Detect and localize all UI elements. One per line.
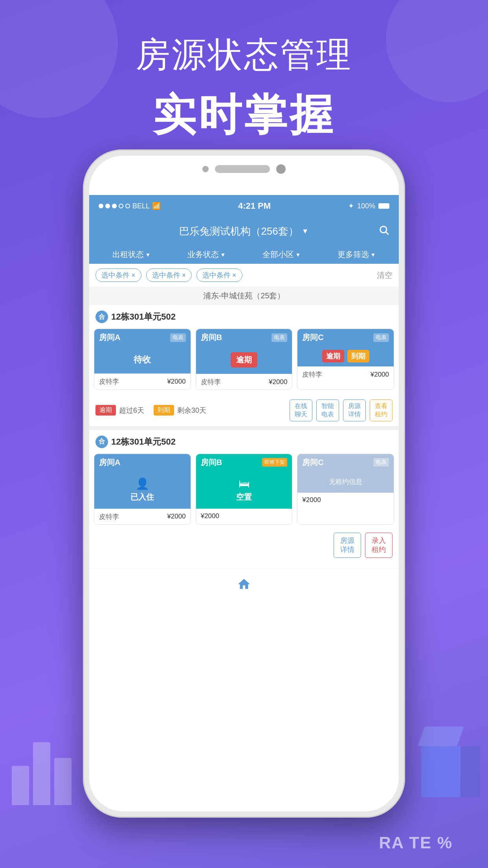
app-header-title: 巴乐兔测试机构（256套） ▼: [179, 224, 308, 238]
tag-3[interactable]: 选中条件 ×: [196, 268, 242, 282]
filter-more[interactable]: 更多筛选 ▼: [338, 249, 376, 260]
unit-2-rooms: 房间A 👤 已入住 皮特李 ¥2000: [89, 454, 399, 530]
room-b1-status-label: 逾期: [231, 352, 257, 368]
room-a2-tenant: 皮特李: [99, 512, 119, 521]
dot3: [112, 204, 117, 208]
room-a2-name: 房间A: [99, 457, 120, 468]
unit-2-icon: 合: [95, 436, 108, 448]
svg-point-0: [380, 226, 387, 232]
tag-2[interactable]: 选中条件 ×: [146, 268, 192, 282]
unit-1-title: 12栋301单元502: [111, 311, 176, 323]
unit-2-title: 12栋301单元502: [111, 436, 176, 448]
tag-2-close[interactable]: ×: [182, 271, 186, 280]
filter-business-label: 业务状态: [187, 249, 219, 260]
room-a1-name: 房间A: [99, 332, 120, 343]
wifi-icon: 📶: [152, 202, 161, 210]
room-b2-price: ¥2000: [201, 512, 219, 520]
rate-text: RA TE %: [379, 833, 453, 852]
room-b2-status-label: 空置: [236, 492, 252, 502]
room-c2-price: ¥2000: [302, 496, 321, 504]
dot2: [105, 204, 110, 208]
header-line2: 实时掌握: [0, 86, 488, 145]
filter-more-label: 更多筛选: [338, 249, 369, 260]
tag-3-label: 选中条件: [202, 270, 231, 280]
room-detail-btn-2[interactable]: 房源 详情: [334, 533, 361, 558]
search-button[interactable]: [378, 224, 389, 238]
phone-top-bar: [202, 164, 286, 174]
tag-1[interactable]: 选中条件 ×: [95, 268, 141, 282]
filter-community-label: 全部小区: [262, 249, 294, 260]
room-b1-footer: 皮特李 ¥2000: [196, 374, 292, 390]
phone-mic: [202, 166, 209, 172]
unit-divider: [89, 426, 399, 430]
room-a1-meter: 电表: [170, 333, 186, 342]
smart-meter-btn[interactable]: 智能 电表: [316, 399, 339, 421]
dot1: [99, 204, 103, 208]
room-a1-status-body: 待收: [94, 346, 191, 373]
app-header: 巴乐兔测试机构（256套） ▼: [89, 217, 399, 245]
unit-1-header: 合 12栋301单元502: [89, 305, 399, 329]
carrier-label: BELL: [132, 202, 150, 210]
expiring-info: 到期 剩余30天: [154, 405, 206, 416]
expiring-text: 剩余30天: [177, 406, 206, 415]
room-a1-status-label: 待收: [134, 355, 151, 364]
room-card-b1: 房间B 电表 逾期 皮特李 ¥2000: [196, 329, 293, 390]
phone-speaker: [215, 165, 270, 173]
filter-bar: 出租状态 ▼ 业务状态 ▼ 全部小区 ▼ 更多筛选 ▼: [89, 245, 399, 264]
unit-1: 合 12栋301单元502 房间A 电表 待收 皮特李: [89, 305, 399, 426]
room-b1-header: 房间B 电表: [196, 329, 292, 346]
overdue-badge: 逾期: [95, 405, 116, 416]
bottom-nav: [89, 568, 399, 600]
battery-label: 100%: [357, 202, 375, 210]
view-contract-btn[interactable]: 查看 租约: [370, 399, 393, 421]
room-a2-content: 👤 已入住: [99, 477, 186, 502]
filter-rental-label: 出租状态: [112, 249, 144, 260]
room-b1-price: ¥2000: [269, 378, 287, 386]
battery-icon: [378, 203, 389, 209]
home-nav-icon[interactable]: [237, 577, 251, 591]
tag-2-label: 选中条件: [152, 270, 180, 280]
online-chat-btn[interactable]: 在线 聊天: [290, 399, 312, 421]
room-detail-btn-1[interactable]: 房源 详情: [343, 399, 366, 421]
phone-body: mi BELL 📶: [83, 149, 405, 818]
room-c1-name: 房间C: [302, 332, 323, 343]
room-c1-status-body: 逾期 到期: [297, 346, 394, 366]
phone-mockup: mi BELL 📶: [83, 149, 405, 818]
unit-1-rooms: 房间A 电表 待收 皮特李 ¥2000: [89, 329, 399, 395]
room-b2-name: 房间B: [201, 457, 222, 468]
room-a2-price: ¥2000: [167, 513, 185, 520]
section-header: 浦东-申城佳苑（25套）: [89, 287, 399, 305]
tag-3-close[interactable]: ×: [232, 271, 237, 280]
room-card-c1: 房间C 电表 逾期 到期 皮特李 ¥2000: [297, 329, 394, 390]
room-c1-expiring-label: 到期: [347, 350, 369, 362]
unit-1-actions: 在线 聊天 智能 电表 房源 详情 查看 租约: [216, 399, 393, 421]
filter-community[interactable]: 全部小区 ▼: [262, 249, 301, 260]
room-c1-meter: 电表: [373, 333, 389, 342]
room-c2-footer: ¥2000: [297, 493, 394, 507]
tag-1-close[interactable]: ×: [131, 271, 136, 280]
room-a2-footer: 皮特李 ¥2000: [94, 509, 191, 524]
dot4: [119, 204, 123, 208]
tags-clear-button[interactable]: 清空: [377, 270, 393, 281]
room-c2-header: 房间C 电表: [297, 454, 394, 471]
dropdown-arrow[interactable]: ▼: [302, 227, 309, 235]
filter-rental-arrow: ▼: [145, 252, 151, 258]
person-icon: 👤: [136, 477, 149, 490]
filter-rental-status[interactable]: 出租状态 ▼: [112, 249, 151, 260]
status-time: 4:21 PM: [238, 201, 271, 211]
bluetooth-icon: ✦: [348, 202, 354, 210]
room-c2-name: 房间C: [302, 457, 323, 468]
room-c1-header: 房间C 电表: [297, 329, 394, 346]
unit-1-icon: 合: [95, 311, 108, 323]
enter-contract-btn[interactable]: 录入 租约: [365, 533, 393, 558]
room-b1-name: 房间B: [201, 332, 222, 343]
room-b2-content: 🛏 空置: [201, 477, 288, 502]
room-c2-status-body: 无租约信息: [297, 471, 394, 493]
unit-2: 合 12栋301单元502 房间A 👤 已入住: [89, 430, 399, 565]
bg-cube-decoration: [409, 719, 472, 797]
room-c1-footer: 皮特李 ¥2000: [297, 366, 394, 382]
filter-business-status[interactable]: 业务状态 ▼: [187, 249, 226, 260]
unit-1-status-info: 逾期 超过6天 到期 剩余30天 在线 聊天 智能 电表 房源 详情 查看 租约: [89, 395, 399, 426]
room-b1-tenant: 皮特李: [201, 377, 221, 386]
filter-more-arrow: ▼: [371, 252, 376, 258]
